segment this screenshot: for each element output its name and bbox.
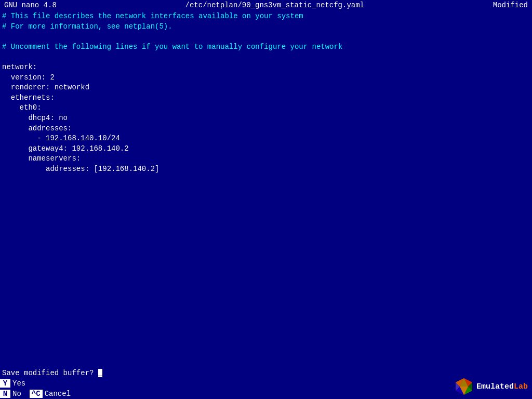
logo-icon [455, 377, 473, 396]
yes-key: Y [0, 379, 10, 388]
file-path: /etc/netplan/90_gns3vm_static_netcfg.yam… [185, 1, 364, 9]
logo-text: EmulatedLab [476, 382, 528, 391]
no-key: N [0, 390, 10, 398]
shortcut-bar: Y Yes N No ^C Cancel [0, 378, 532, 399]
shortcut-row-1: Y Yes [0, 378, 532, 389]
editor-area[interactable]: # This file describes the network interf… [0, 10, 532, 368]
shortcut-no[interactable]: N No [0, 390, 21, 398]
shortcut-cancel[interactable]: ^C Cancel [30, 390, 71, 398]
editor-line: ethernets: [2, 94, 55, 102]
yes-label: Yes [12, 379, 25, 388]
terminal: GNU nano 4.8 /etc/netplan/90_gns3vm_stat… [0, 0, 532, 399]
cursor: _ [98, 369, 102, 377]
editor-line: nameservers: [2, 154, 81, 163]
cancel-label: Cancel [45, 390, 71, 398]
editor-line: renderer: networkd [2, 83, 89, 91]
editor-line: - 192.168.140.10/24 [2, 134, 120, 142]
editor-line: # This file describes the network interf… [2, 12, 303, 20]
modified-status: Modified [493, 1, 528, 9]
no-label: No [12, 390, 21, 398]
save-prompt-text: Save modified buffer? _ [2, 369, 102, 377]
save-prompt: Save modified buffer? _ [0, 368, 532, 378]
editor-line: network: [2, 63, 37, 71]
editor-line: # Uncomment the following lines if you w… [2, 43, 342, 51]
logo: EmulatedLab [455, 377, 528, 396]
editor-line: addresses: [2, 124, 72, 132]
title-bar: GNU nano 4.8 /etc/netplan/90_gns3vm_stat… [0, 0, 532, 10]
editor-line: # For more information, see netplan(5). [2, 22, 172, 31]
editor-line: gateway4: 192.168.140.2 [2, 144, 129, 153]
shortcut-yes[interactable]: Y Yes [0, 379, 25, 388]
shortcut-row-2: N No ^C Cancel [0, 389, 532, 399]
editor-line: eth0: [2, 103, 42, 112]
editor-line: version: 2 [2, 73, 55, 82]
editor-line: dhcp4: no [2, 114, 68, 122]
cancel-key: ^C [30, 390, 43, 398]
editor-line: addresses: [192.168.140.2] [2, 165, 159, 173]
app-name: GNU nano 4.8 [4, 1, 57, 9]
